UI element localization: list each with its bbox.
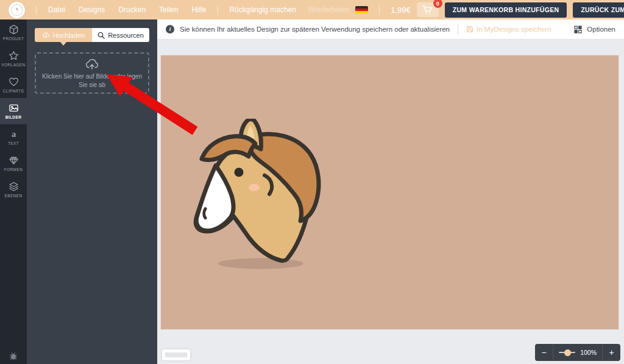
active-tab-pointer bbox=[60, 42, 66, 46]
design-canvas[interactable] bbox=[161, 55, 619, 329]
tool-rail: PRODUKT VORLAGEN CLIPARTS BILDER a bbox=[0, 19, 27, 364]
sidebar-item-cliparts[interactable]: CLIPARTS bbox=[0, 72, 27, 98]
grid-options-icon bbox=[574, 26, 582, 33]
cart-badge: 0 bbox=[433, 0, 442, 8]
cloud-upload-icon bbox=[42, 32, 50, 38]
add-to-cart-button[interactable]: ZUM WARENKORB HINZUFÜGEN bbox=[445, 2, 567, 18]
menu-drucken[interactable]: Drucken bbox=[112, 5, 152, 14]
sidebar-item-text[interactable]: a TEXT bbox=[0, 124, 27, 150]
gem-icon bbox=[9, 155, 19, 166]
cart-icon bbox=[422, 5, 433, 15]
price-label: 1,99€ bbox=[391, 5, 411, 15]
image-icon bbox=[9, 103, 19, 113]
cart-button[interactable]: 0 bbox=[417, 2, 439, 17]
menu-designs[interactable]: Designs bbox=[72, 5, 112, 14]
layers-icon bbox=[9, 181, 19, 192]
sidebar-item-label: EBENEN bbox=[4, 194, 22, 198]
star-icon bbox=[9, 51, 19, 61]
divider bbox=[379, 5, 380, 15]
zoom-level: 100% bbox=[580, 349, 597, 356]
options-label: Optionen bbox=[587, 26, 615, 33]
zoom-slider-thumb[interactable] bbox=[564, 349, 571, 356]
debug-bug-icon[interactable] bbox=[0, 352, 27, 360]
info-icon: i bbox=[166, 25, 174, 33]
sidebar-item-label: FORMEN bbox=[4, 167, 23, 172]
menubar: ✎ Datei Designs Drucken Teilen Hilfe Rüc… bbox=[0, 0, 624, 19]
tab-label: Ressourcen bbox=[108, 32, 144, 39]
horse-shadow bbox=[218, 258, 303, 269]
menu-hilfe[interactable]: Hilfe bbox=[185, 5, 213, 14]
svg-text:a: a bbox=[11, 129, 15, 139]
horse-eye bbox=[235, 168, 244, 177]
letter-a-icon: a bbox=[9, 129, 19, 139]
work-area: − 100% + bbox=[157, 40, 624, 364]
app-logo[interactable]: ✎ bbox=[9, 2, 25, 18]
sidebar-item-formen[interactable]: FORMEN bbox=[0, 150, 27, 177]
info-message: Sie können Ihr aktuelles Design zur spät… bbox=[180, 26, 450, 33]
info-bar: i Sie können Ihr aktuelles Design zur sp… bbox=[157, 19, 624, 40]
zoom-control: − 100% + bbox=[535, 344, 620, 361]
panel-tabs: Hochladen Ressourcen bbox=[35, 28, 149, 42]
tab-label: Hochladen bbox=[53, 32, 85, 39]
menu-datei[interactable]: Datei bbox=[41, 5, 72, 14]
sidebar-item-label: VORLAGEN bbox=[1, 63, 25, 67]
upload-dropzone[interactable]: Klicken Sie hier auf Bilder oder legen S… bbox=[35, 52, 149, 94]
page-thumbnail[interactable] bbox=[162, 349, 190, 360]
menu-teilen[interactable]: Teilen bbox=[152, 5, 185, 14]
save-to-mydesigns-button[interactable]: In MyDesigns speichern bbox=[466, 26, 551, 33]
dropzone-label: Klicken Sie hier auf Bilder oder legen S… bbox=[36, 72, 148, 89]
logo-mark-icon: ✎ bbox=[11, 4, 23, 16]
horse-clipart[interactable] bbox=[192, 119, 326, 271]
sidebar-item-produkt[interactable]: PRODUKT bbox=[0, 19, 27, 46]
sidebar-item-label: CLIPARTS bbox=[3, 89, 24, 93]
zoom-out-button[interactable]: − bbox=[535, 344, 553, 361]
tab-ressourcen[interactable]: Ressourcen bbox=[92, 28, 149, 42]
sidebar-item-label: PRODUKT bbox=[3, 37, 24, 41]
tab-hochladen[interactable]: Hochladen bbox=[35, 28, 92, 42]
menubar-right: 1,99€ 0 ZUM WARENKORB HINZUFÜGEN ZURÜCK … bbox=[355, 2, 624, 18]
divider bbox=[458, 24, 458, 35]
undo-button[interactable]: Rückgängig machen bbox=[223, 5, 302, 14]
zoom-in-button[interactable]: + bbox=[603, 344, 620, 361]
search-icon bbox=[98, 32, 105, 39]
cube-icon bbox=[9, 24, 19, 35]
floppy-save-icon bbox=[466, 26, 473, 33]
sidebar-item-vorlagen[interactable]: VORLAGEN bbox=[0, 46, 27, 72]
heart-icon bbox=[9, 77, 19, 87]
save-label: In MyDesigns speichern bbox=[477, 26, 551, 33]
sidebar-item-ebenen[interactable]: EBENEN bbox=[0, 177, 27, 203]
options-button[interactable]: Optionen bbox=[574, 26, 615, 33]
back-to-shop-button[interactable]: ZURÜCK ZUM SHOP bbox=[573, 2, 624, 18]
main-area: i Sie können Ihr aktuelles Design zur sp… bbox=[157, 19, 624, 364]
language-flag-german[interactable] bbox=[355, 6, 368, 14]
cloud-upload-icon bbox=[85, 57, 99, 70]
sidebar-item-bilder[interactable]: BILDER bbox=[0, 98, 27, 124]
zoom-slider[interactable] bbox=[559, 352, 575, 353]
sidebar-item-label: TEXT bbox=[8, 141, 19, 145]
sidebar-item-label: BILDER bbox=[5, 115, 22, 119]
horse-blush bbox=[249, 184, 260, 191]
redo-button: Wiederholen bbox=[302, 5, 355, 14]
divider bbox=[218, 5, 218, 15]
divider bbox=[36, 5, 37, 15]
images-panel: Hochladen Ressourcen Klicken Sie hier au… bbox=[27, 19, 157, 364]
horse-nostril bbox=[204, 209, 205, 218]
